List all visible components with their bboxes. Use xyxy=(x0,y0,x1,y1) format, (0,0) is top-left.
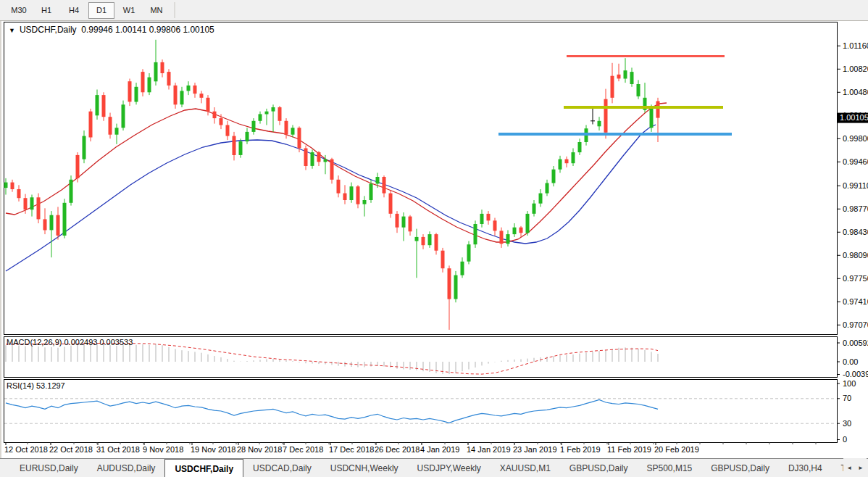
price-tick-label: 0.97070 xyxy=(843,320,868,329)
price-tick-label: 0.99110 xyxy=(843,181,868,190)
date-label: 7 Dec 2018 xyxy=(283,445,323,454)
rsi-pane xyxy=(4,380,838,443)
date-label: 14 Jan 2019 xyxy=(467,445,511,454)
price-tick-label: 0.98090 xyxy=(843,251,868,260)
macd-axis-label: 0.005925 xyxy=(843,339,868,347)
price-tick-label: 0.98770 xyxy=(843,204,868,213)
tab-usdchf-daily[interactable]: USDCHF,Daily xyxy=(164,459,243,477)
chart-canvas: 1.011601.008201.004801.001400.998000.994… xyxy=(0,0,868,477)
toolbar-divider xyxy=(175,2,176,18)
date-label: 22 Oct 2018 xyxy=(49,445,93,454)
tab-audusd-daily[interactable]: AUDUSD,Daily xyxy=(88,459,165,477)
chart-title: ▼USDCHF,Daily 0.99946 1.00141 0.99806 1.… xyxy=(9,25,214,35)
rsi-axis-label: 100 xyxy=(843,379,856,388)
date-label: 4 Jan 2019 xyxy=(420,445,459,454)
macd-axis-label: -0.003951 xyxy=(843,370,868,378)
trading-terminal: M30H1H4D1W1MN 1.011601.008201.004801.001… xyxy=(0,0,868,477)
date-label: 20 Feb 2019 xyxy=(654,445,699,454)
tab-strip: EURUSD,DailyAUDUSD,DailyUSDCHF,DailyUSDC… xyxy=(10,459,843,477)
price-pane xyxy=(4,22,838,335)
date-label: 31 Oct 2018 xyxy=(96,445,140,454)
tab-usdcad-daily[interactable]: USDCAD,Daily xyxy=(243,459,321,477)
date-label: 26 Dec 2018 xyxy=(375,445,420,454)
timeframe-button-w1[interactable]: W1 xyxy=(116,2,142,19)
date-label: 23 Jan 2019 xyxy=(513,445,557,454)
timeframe-button-mn[interactable]: MN xyxy=(143,2,170,19)
tab-sp500-m15[interactable]: SP500,M15 xyxy=(638,459,702,477)
tab-dj30-h4[interactable]: DJ30,H4 xyxy=(779,459,832,477)
date-label: 11 Feb 2019 xyxy=(607,445,651,454)
tab-tech10[interactable]: TECH10 xyxy=(832,459,843,477)
date-label: 17 Dec 2018 xyxy=(329,445,374,454)
rsi-name: RSI(14) xyxy=(7,381,34,390)
price-tick-label: 1.00480 xyxy=(843,88,868,96)
tab-usdcnh-weekly[interactable]: USDCNH,Weekly xyxy=(321,459,408,477)
tab-xauusd-m1[interactable]: XAUUSD,M1 xyxy=(491,459,560,477)
price-tick-label: 0.97410 xyxy=(843,297,868,306)
timeframe-button-h1[interactable]: H1 xyxy=(33,2,59,19)
rsi-axis-label: 30 xyxy=(843,419,851,428)
rsi-axis-label: 70 xyxy=(843,394,851,402)
date-label: 19 Nov 2018 xyxy=(191,445,235,454)
rsi-axis-label: 0 xyxy=(843,435,847,444)
price-tick-label: 1.00820 xyxy=(843,65,868,73)
chart-ohlc-values: 0.99946 1.00141 0.99806 1.00105 xyxy=(81,25,214,35)
timeframe-button-h4[interactable]: H4 xyxy=(61,2,87,19)
price-tick-label: 0.97750 xyxy=(843,274,868,283)
date-label: 12 Oct 2018 xyxy=(4,445,48,454)
chevron-down-icon[interactable]: ▼ xyxy=(9,27,15,34)
date-label: 9 Nov 2018 xyxy=(143,445,183,454)
macd-indicator-label: MACD(12,26,9) 0.002493 0.003533 xyxy=(7,338,133,347)
tab-gbpusd-daily[interactable]: GBPUSD,Daily xyxy=(701,459,779,477)
timeframe-toolbar: M30H1H4D1W1MN xyxy=(0,0,868,21)
chart-symbol-label: USDCHF,Daily xyxy=(20,25,77,35)
price-tick-label: 1.01160 xyxy=(843,41,868,50)
tab-eurusd-daily[interactable]: EURUSD,Daily xyxy=(10,459,88,477)
macd-name: MACD(12,26,9) xyxy=(7,338,62,347)
date-label: 28 Nov 2018 xyxy=(237,445,282,454)
rsi-indicator-label: RSI(14) 53.1297 xyxy=(7,381,65,390)
chart-tab-bar: EURUSD,DailyAUDUSD,DailyUSDCHF,DailyUSDC… xyxy=(0,458,868,477)
timeframe-button-d1[interactable]: D1 xyxy=(88,2,114,19)
macd-values: 0.002493 0.003533 xyxy=(64,338,133,347)
scroll-right-arrow-icon[interactable]: ► xyxy=(855,465,867,471)
rsi-value: 53.1297 xyxy=(36,381,65,390)
price-tick-label: 0.99800 xyxy=(843,134,868,143)
tab-gbpusd-daily[interactable]: GBPUSD,Daily xyxy=(560,459,638,477)
price-tick-label: 0.98430 xyxy=(843,228,868,236)
current-price-label: 1.00105 xyxy=(840,113,868,122)
date-label: 1 Feb 2019 xyxy=(560,445,601,454)
macd-axis-label: 0.00 xyxy=(843,357,858,366)
tab-usdjpy-weekly[interactable]: USDJPY,Weekly xyxy=(408,459,491,477)
tab-scroll-arrows: ◄ ► xyxy=(843,458,867,477)
scroll-left-arrow-icon[interactable]: ◄ xyxy=(843,465,855,471)
timeframe-button-m30[interactable]: M30 xyxy=(6,2,32,19)
price-tick-label: 0.99460 xyxy=(843,157,868,166)
